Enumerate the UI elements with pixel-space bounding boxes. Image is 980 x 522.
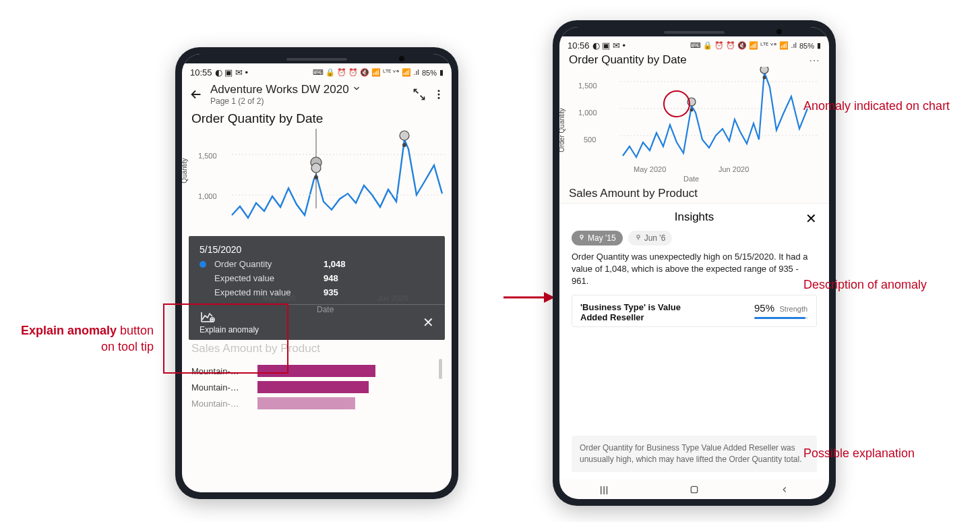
bar-label: Mountain-… (191, 399, 252, 409)
svg-rect-23 (691, 486, 697, 492)
battery-icon: ▮ (817, 41, 821, 50)
annotation-right-2: Description of anomaly (803, 277, 927, 293)
phone-mock-right: 10:56 ◐ ▣ ✉ • ⌨ 🔒 ⏰ ⏰ 🔇 📶 ᴸᵀᴱ ᵛᵒ 📶 .ıl 8… (553, 20, 836, 506)
insights-title: Insights (675, 210, 714, 224)
svg-point-6 (400, 131, 409, 140)
phone-notch (559, 27, 829, 36)
bar-row[interactable]: Mountain-… (191, 395, 442, 411)
tooltip-value: 935 (324, 287, 338, 297)
status-system-icons: ⌨ 🔒 ⏰ ⏰ 🔇 📶 ᴸᵀᴱ ᵛᵒ 📶 .ıl (690, 41, 797, 50)
line-chart-container: Order Quantity by Date Quantity 1,500 1,… (182, 110, 452, 231)
strength-label: Strength (779, 305, 807, 313)
line-chart-svg[interactable] (569, 67, 829, 168)
chip-label: May '15 (588, 233, 616, 243)
tooltip-date: 5/15/2020 (200, 244, 434, 255)
anomaly-marker-icon[interactable] (760, 67, 768, 80)
pin-icon (578, 233, 585, 243)
phone-notch (182, 54, 452, 63)
red-arrow-icon (502, 290, 555, 305)
annotation-red-box (163, 303, 288, 374)
status-notification-icons: ◐ ▣ ✉ • (215, 67, 248, 78)
svg-point-21 (580, 235, 583, 238)
status-time: 10:56 (568, 40, 590, 51)
strength-bar (754, 317, 808, 319)
insight-explanation-card[interactable]: 'Business Type' is Value Added Reseller … (572, 295, 817, 327)
tooltip-value: 948 (324, 273, 338, 283)
tooltip-value: 1,048 (324, 259, 346, 269)
phone-mock-left: 10:55 ◐ ▣ ✉ • ⌨ 🔒 ⏰ ⏰ 🔇 📶 ᴸᵀᴱ ᵛᵒ 📶 .ıl 8… (175, 47, 458, 499)
x-axis-label: Date (317, 305, 334, 314)
x-tick-ghost: May 2020 (263, 294, 295, 302)
svg-point-0 (438, 90, 440, 92)
scrollbar-thumb[interactable] (439, 359, 442, 379)
pin-icon (635, 233, 642, 243)
bar-chart-header: Sales Amount by Product (559, 187, 829, 203)
app-header: Adventure Works DW 2020 Page 1 (2 of 2) (182, 79, 452, 110)
bar-fill (257, 397, 355, 409)
nav-back-icon[interactable] (780, 485, 789, 497)
explanation-title: 'Business Type' is Value Added Reseller (580, 302, 695, 322)
status-battery: 85% (799, 42, 814, 50)
chevron-down-icon (352, 83, 361, 96)
svg-point-22 (637, 235, 640, 238)
nav-recent-icon[interactable]: III (599, 485, 608, 497)
android-statusbar: 10:55 ◐ ▣ ✉ • ⌨ 🔒 ⏰ ⏰ 🔇 📶 ᴸᵀᴱ ᵛᵒ 📶 .ıl 8… (182, 63, 452, 79)
annotation-right-3: Possible explanation (803, 445, 915, 461)
nav-home-icon[interactable] (689, 484, 700, 498)
series-color-dot (200, 261, 206, 268)
annotation-left: Explain anomaly button on tool tip (8, 322, 154, 355)
report-title-row[interactable]: Adventure Works DW 2020 (210, 83, 406, 96)
insight-chips-row: May '15 Jun '6 (572, 231, 817, 245)
line-chart-svg[interactable] (191, 129, 452, 223)
report-subtitle: Page 1 (2 of 2) (210, 96, 406, 106)
chart-more-icon[interactable]: ⋯ (809, 54, 820, 67)
android-nav-bar: III (559, 479, 829, 499)
android-statusbar: 10:56 ◐ ▣ ✉ • ⌨ 🔒 ⏰ ⏰ 🔇 📶 ᴸᵀᴱ ᵛᵒ 📶 .ıl 8… (559, 36, 829, 52)
phone-screen-right: 10:56 ◐ ▣ ✉ • ⌨ 🔒 ⏰ ⏰ 🔇 📶 ᴸᵀᴱ ᵛᵒ 📶 .ıl 8… (559, 27, 829, 499)
y-axis-label: Order Quantity (559, 108, 565, 152)
svg-point-4 (311, 163, 321, 173)
svg-point-1 (438, 94, 440, 96)
back-icon[interactable] (189, 87, 204, 102)
tooltip-label: Expected value (214, 273, 315, 283)
line-chart-container: Order Quantity by Date ⋯ Order Quantity … (559, 52, 829, 187)
chart-title: Order Quantity by Date (569, 53, 687, 67)
insights-panel: Insights ✕ May '15 Jun '6 Order Quantit (559, 203, 829, 479)
phone-screen-left: 10:55 ◐ ▣ ✉ • ⌨ 🔒 ⏰ ⏰ 🔇 📶 ᴸᵀᴱ ᵛᵒ 📶 .ıl 8… (182, 54, 452, 492)
svg-point-18 (690, 109, 694, 112)
svg-point-19 (760, 67, 768, 74)
bar-fill (257, 381, 369, 393)
chart-title: Order Quantity by Date (191, 111, 442, 126)
status-notification-icons: ◐ ▣ ✉ • (592, 40, 625, 51)
bar-label: Mountain-… (191, 382, 252, 393)
report-title: Adventure Works DW 2020 (210, 83, 349, 96)
status-system-icons: ⌨ 🔒 ⏰ ⏰ 🔇 📶 ᴸᵀᴱ ᵛᵒ 📶 .ıl (313, 68, 419, 77)
annotation-red-circle (663, 90, 690, 117)
close-icon[interactable]: ✕ (423, 314, 434, 330)
anomaly-marker-icon[interactable] (311, 157, 321, 179)
more-vertical-icon[interactable] (433, 88, 445, 100)
svg-point-2 (438, 97, 440, 99)
x-tick-ghost: Jun 2020 (377, 294, 408, 302)
strength-percent: 95% (754, 302, 774, 314)
svg-point-5 (314, 175, 318, 179)
anomaly-marker-icon[interactable] (400, 131, 409, 147)
svg-point-20 (763, 76, 766, 80)
bar-row[interactable]: Mountain-… (191, 379, 442, 395)
y-axis-label: Quantity (182, 158, 188, 183)
status-battery: 85% (422, 69, 437, 77)
explanation-detail: Order Quantity for Business Type Value A… (572, 436, 817, 472)
anomaly-chip[interactable]: May '15 (572, 231, 623, 245)
annotation-right-1: Anomaly indicated on chart (803, 98, 950, 114)
battery-icon: ▮ (439, 68, 443, 77)
chip-label: Jun '6 (644, 233, 666, 243)
close-icon[interactable]: ✕ (805, 210, 817, 227)
anomaly-chip[interactable]: Jun '6 (628, 231, 673, 245)
insight-description: Order Quantity was unexpectedly high on … (572, 251, 817, 288)
tooltip-label: Order Quantity (214, 259, 315, 269)
x-axis-label: Date (683, 175, 699, 183)
section-title: Sales Amount by Product (569, 187, 820, 200)
svg-point-7 (402, 143, 406, 147)
expand-icon[interactable] (412, 88, 426, 101)
status-time: 10:55 (190, 67, 212, 78)
